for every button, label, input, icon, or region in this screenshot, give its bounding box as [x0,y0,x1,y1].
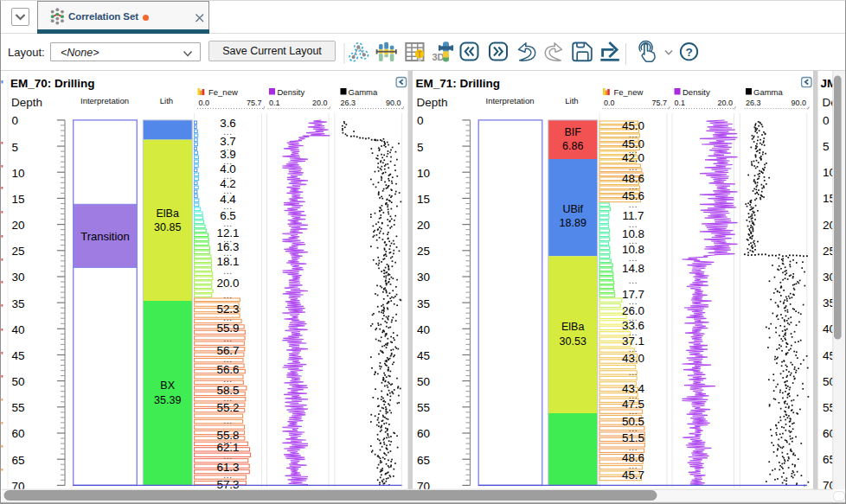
svg-text:40: 40 [417,323,430,336]
svg-text:Depth: Depth [11,96,42,109]
svg-text:...: ... [629,328,638,337]
svg-text:...: ... [629,344,638,354]
svg-text:Density: Density [683,87,710,97]
svg-text:5: 5 [823,140,830,153]
svg-text:...: ... [629,130,638,139]
svg-text:0: 0 [12,114,19,127]
svg-text:...: ... [629,253,638,263]
svg-text:15: 15 [12,193,25,206]
svg-text:...: ... [223,186,232,195]
svg-text:20: 20 [12,219,25,232]
svg-text:55: 55 [417,401,430,414]
svg-text:0: 0 [823,114,830,127]
svg-text:...: ... [629,163,638,172]
svg-text:15: 15 [417,193,430,206]
svg-text:...: ... [223,290,232,300]
svg-text:45: 45 [417,349,430,362]
svg-text:Density: Density [278,87,305,97]
svg-text:35: 35 [417,297,430,310]
svg-text:EM_71: Drilling: EM_71: Drilling [416,77,501,90]
svg-text:20.0: 20.0 [216,277,239,290]
svg-text:43.0: 43.0 [622,352,644,365]
svg-text:ElBa: ElBa [156,207,178,220]
svg-text:65: 65 [417,454,430,467]
svg-text:...: ... [223,313,232,322]
svg-text:14.8: 14.8 [622,262,644,275]
svg-text:...: ... [629,406,638,416]
svg-text:...: ... [223,393,232,403]
svg-text:UBif: UBif [562,203,583,215]
svg-text:30: 30 [417,271,430,284]
svg-text:6.86: 6.86 [562,140,583,152]
svg-text:Lith: Lith [565,96,578,105]
svg-text:...: ... [223,470,232,480]
svg-text:...: ... [223,436,232,445]
svg-text:Gamma: Gamma [349,87,379,97]
svg-text:55.9: 55.9 [216,322,239,335]
svg-text:26.3: 26.3 [341,99,356,107]
svg-text:65: 65 [12,454,25,467]
svg-text:20: 20 [417,219,430,232]
svg-text:90.0: 90.0 [386,99,401,107]
svg-text:BIF: BIF [564,126,581,138]
svg-text:...: ... [629,297,638,306]
svg-text:Depth: Depth [417,96,448,109]
svg-text:...: ... [223,354,232,364]
svg-text:35: 35 [12,297,25,310]
svg-text:90.0: 90.0 [791,99,806,107]
svg-text:...: ... [223,451,232,461]
svg-text:Lith: Lith [160,96,173,105]
svg-text:26.3: 26.3 [746,99,761,107]
svg-text:ElBa: ElBa [561,321,584,333]
svg-text:...: ... [223,171,232,181]
svg-text:...: ... [629,200,638,209]
svg-text:...: ... [223,374,232,384]
svg-text:...: ... [223,201,232,211]
svg-text:...: ... [629,443,638,452]
svg-text:45: 45 [12,349,25,362]
svg-text:...: ... [629,424,638,433]
svg-text:25: 25 [417,245,430,258]
svg-text:...: ... [629,220,638,229]
svg-text:Interpretation: Interpretation [486,96,535,105]
svg-text:...: ... [223,143,232,152]
svg-text:Fe_new: Fe_new [614,87,644,97]
svg-text:75.7: 75.7 [247,99,262,107]
svg-text:50: 50 [417,375,430,388]
svg-text:...: ... [223,334,232,343]
svg-text:25: 25 [12,245,25,258]
svg-text:0.1: 0.1 [675,99,686,107]
svg-text:20.0: 20.0 [717,99,733,107]
svg-text:...: ... [223,416,232,425]
svg-text:57.3: 57.3 [216,478,239,491]
svg-text:...: ... [223,156,232,166]
svg-text:BX: BX [160,380,175,392]
svg-text:...: ... [629,461,638,470]
svg-text:Interpretation: Interpretation [80,96,129,105]
svg-text:0: 0 [417,114,424,127]
svg-text:...: ... [629,391,638,400]
svg-text:10: 10 [12,167,25,180]
svg-text:Transition: Transition [80,230,130,243]
svg-text:30.53: 30.53 [560,335,586,348]
svg-text:...: ... [223,234,232,244]
svg-text:...: ... [629,276,638,285]
svg-text:60: 60 [417,427,430,440]
svg-text:35.39: 35.39 [154,394,181,406]
svg-text:...: ... [223,219,232,228]
svg-text:...: ... [629,236,638,246]
svg-text:5: 5 [12,141,19,154]
svg-text:Gamma: Gamma [753,87,784,97]
svg-text:...: ... [223,266,232,276]
svg-text:30: 30 [12,271,25,284]
svg-text:3D: 3D [433,52,445,62]
svg-text:50: 50 [12,375,25,388]
svg-text:Fe_new: Fe_new [208,87,238,97]
svg-text:?: ? [685,46,692,59]
svg-text:5: 5 [417,141,424,154]
svg-text:20.0: 20.0 [312,99,328,107]
svg-text:45.7: 45.7 [622,469,644,482]
svg-text:EM_70: Drilling: EM_70: Drilling [10,77,95,90]
svg-text:60: 60 [12,427,25,440]
svg-text:10: 10 [417,167,430,180]
